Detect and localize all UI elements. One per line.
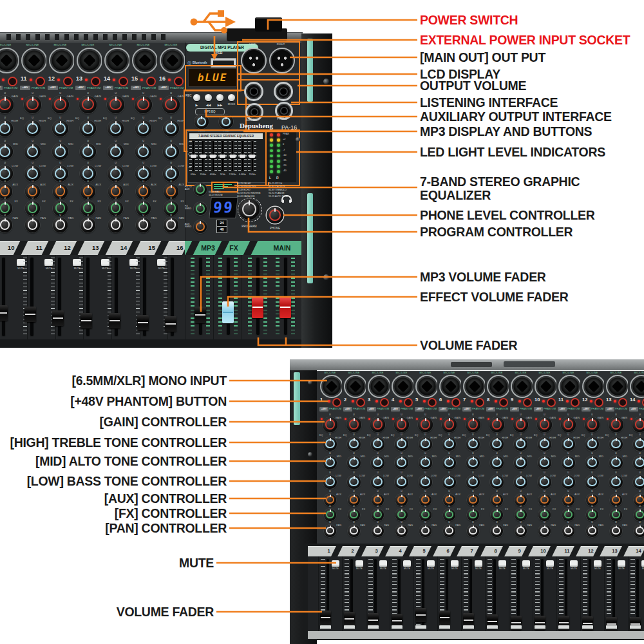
annotation-pan-controller: [PAN] CONTROLLER: [0, 521, 227, 536]
annotation-high-controller: [HIGH] TREBLE TONE CONTROLLER: [0, 435, 227, 450]
annotation-program-controller: PROGRAM CONTROLLER: [420, 225, 573, 240]
annotation-graphic-equalizer: 7-BAND STEREO GRAPHIC EQUALIZER: [420, 175, 589, 202]
annotation-mono-input: [6.5MM/XLR] MONO INPUT: [0, 374, 227, 388]
annotation-volume-fader-left: VOLUME FADER: [0, 605, 214, 620]
annotation-gain-controller: [GAIN] CONTROLLER: [0, 415, 227, 430]
annotation-phone-level: PHONE LEVEL CONTROLLER: [420, 208, 594, 223]
annotation-phantom-button: [+48V PHANTOM] BUTTON: [0, 394, 227, 409]
annotation-power-switch: POWER SWITCH: [420, 13, 518, 28]
annotation-volume-fader-right: VOLUME FADER: [420, 338, 517, 353]
annotation-fx-controller: [FX] CONTROLLER: [0, 506, 227, 521]
annotation-external-power: EXTERNAL POWER INPUT SOCKET: [420, 33, 630, 48]
annotated-mixer-diagram: MIC/LINE10+48VPHANTOMGAINUHIGHUEQMIDULOW…: [0, 0, 644, 644]
annotation-effect-volume-fader: EFFECT VOLUME FADER: [420, 290, 568, 305]
annotation-aux-output-interface: AUXILIARY OUTPUT INTERFACE: [420, 109, 612, 124]
annotation-led-indicators: LED LIGHT LEVEL INDICATORS: [420, 145, 605, 160]
annotation-mp3-volume-fader: MP3 VOLUME FADER: [420, 270, 546, 285]
annotation-mp3-display-buttons: MP3 DISPLAY AND BUTTONS: [420, 124, 592, 139]
annotation-mute: MUTE: [0, 556, 214, 571]
annotation-mid-controller: [MID] ALTO TONE CONTROLLER: [0, 454, 227, 469]
annotation-listening-interface: LISTENING INTERFACE: [420, 95, 558, 110]
annotation-main-out: [MAIN OUT] OUT PUT: [420, 50, 545, 65]
annotation-aux-controller: [AUX] CONTROLLER: [0, 491, 227, 506]
annotation-output-volume: OUTPUT VOLUME: [420, 79, 526, 93]
annotation-low-controller: [LOW] BASS TONE CONTROLLER: [0, 474, 227, 489]
